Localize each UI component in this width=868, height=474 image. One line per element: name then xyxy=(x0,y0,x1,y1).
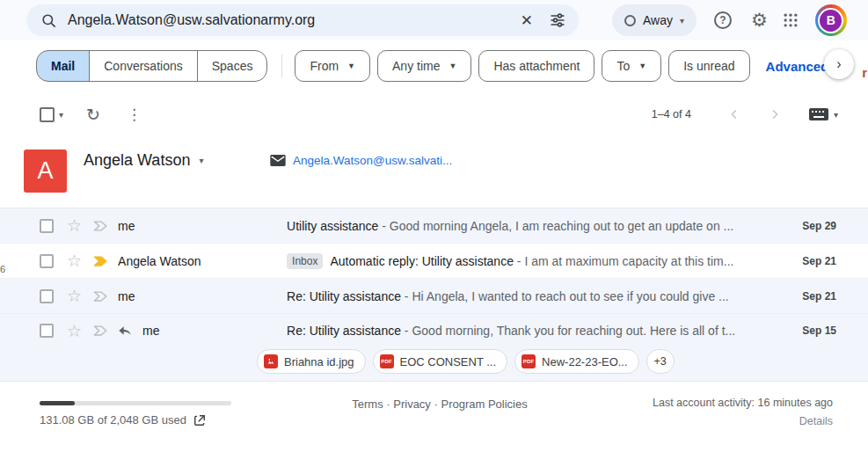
table-row[interactable]: ☆ Angela Watson Inbox Automatic reply: U… xyxy=(0,244,868,279)
envelope-icon xyxy=(270,155,286,166)
chevron-down-icon: ▼ xyxy=(449,62,457,70)
filter-chip-has-attachment[interactable]: Has attachment xyxy=(478,50,594,82)
attachment-chip-pdf[interactable]: PDF EOC CONSENT ... xyxy=(373,349,508,374)
scroll-chips-right-button[interactable]: › xyxy=(824,49,854,79)
search-input[interactable] xyxy=(68,12,512,28)
row-sender: me xyxy=(118,289,135,303)
clear-search-icon[interactable]: ✕ xyxy=(512,11,542,30)
importance-marker-icon[interactable] xyxy=(93,220,109,232)
star-icon[interactable]: ☆ xyxy=(67,288,82,304)
row-snippet: - Hi Angela, I wanted to reach out to se… xyxy=(401,289,729,303)
select-dropdown-icon[interactable]: ▾ xyxy=(59,110,63,120)
storage-progress-fill xyxy=(40,401,75,405)
row-snippet: - I am at maximum capacity at this tim..… xyxy=(514,254,734,268)
filter-chip-from[interactable]: From ▼ xyxy=(295,50,370,82)
gmail-search-results-page: 7 6 8 7 ✕ Away ▾ ? ⚙ xyxy=(0,0,868,474)
row-checkbox[interactable] xyxy=(40,324,54,338)
row-subject: Re: Utility assistance xyxy=(287,324,401,338)
filter-chip-any-time[interactable]: Any time ▼ xyxy=(377,50,471,82)
newer-page-icon[interactable] xyxy=(726,106,742,122)
attachment-name: New-22-23-EO... xyxy=(542,355,628,368)
attachment-chip-image[interactable]: Briahna id.jpg xyxy=(257,349,366,374)
storage-progress-bar xyxy=(40,401,231,405)
chip-label: Is unread xyxy=(683,59,734,73)
more-attachments-chip[interactable]: +3 xyxy=(646,349,675,374)
sender-email-line: Angela.Watson@usw.salvati... xyxy=(270,154,452,167)
input-tools[interactable]: ▾ xyxy=(809,108,838,120)
tab-conversations[interactable]: Conversations xyxy=(89,50,198,82)
status-chip[interactable]: Away ▾ xyxy=(612,4,697,36)
sender-email-link[interactable]: Angela.Watson@usw.salvati... xyxy=(293,154,452,167)
pagination-group: 1–4 of 4 ▾ xyxy=(652,106,838,122)
details-link[interactable]: Details xyxy=(799,415,833,427)
sender-name: Angela Watson xyxy=(84,151,190,170)
tab-spaces[interactable]: Spaces xyxy=(197,50,268,82)
row-checkbox[interactable] xyxy=(40,254,54,268)
chevron-down-icon: ▼ xyxy=(638,62,646,70)
filter-chip-is-unread[interactable]: Is unread xyxy=(668,50,749,82)
table-row[interactable]: ☆ me Utility assistance - Good morning A… xyxy=(0,208,868,244)
thread-list: ☆ me Utility assistance - Good morning A… xyxy=(0,208,868,382)
row-date: Sep 21 xyxy=(785,290,836,303)
pdf-file-icon: PDF xyxy=(380,354,394,368)
row-subject-cell: Re: Utility assistance - Good morning, T… xyxy=(287,324,785,338)
result-type-tabs: Mail Conversations Spaces xyxy=(36,50,267,82)
divider xyxy=(281,55,282,77)
row-checkbox[interactable] xyxy=(40,219,54,233)
account-avatar[interactable]: B xyxy=(815,4,847,36)
importance-marker-icon[interactable] xyxy=(93,290,109,303)
program-policies-link[interactable]: Program Policies xyxy=(441,397,527,411)
privacy-link[interactable]: Privacy xyxy=(393,397,431,411)
reply-icon xyxy=(118,325,132,337)
chevron-down-icon: ▾ xyxy=(680,16,684,26)
select-all-checkbox[interactable] xyxy=(40,107,55,122)
search-icon[interactable] xyxy=(40,12,57,29)
status-label: Away xyxy=(643,13,673,27)
storage-usage-label: 131.08 GB of 2,048 GB used xyxy=(40,413,186,427)
search-options-icon[interactable] xyxy=(549,11,566,29)
more-options-icon[interactable]: ⋮ xyxy=(127,106,142,124)
advanced-search-link[interactable]: Advanced xyxy=(766,59,829,74)
importance-marker-icon[interactable] xyxy=(93,325,109,337)
attachment-name: EOC CONSENT ... xyxy=(400,355,497,368)
star-icon[interactable]: ☆ xyxy=(67,217,82,234)
row-subject: Re: Utility assistance xyxy=(287,289,401,303)
separator: · xyxy=(386,397,390,411)
inbox-label-badge: Inbox xyxy=(287,253,323,269)
chip-label: From xyxy=(310,59,339,73)
sender-name-dropdown[interactable]: Angela Watson ▾ xyxy=(84,151,203,170)
sender-avatar[interactable]: A xyxy=(24,149,67,193)
row-checkbox[interactable] xyxy=(40,289,54,303)
terms-link[interactable]: Terms xyxy=(352,397,383,411)
chip-label: Any time xyxy=(392,59,440,73)
chevron-down-icon: ▾ xyxy=(834,110,838,120)
tab-mail[interactable]: Mail xyxy=(36,50,90,82)
avatar-letter: B xyxy=(818,8,843,33)
row-sender: me xyxy=(118,219,135,233)
importance-marker-icon-important[interactable] xyxy=(93,255,109,267)
apps-grid-icon[interactable] xyxy=(782,11,799,29)
help-icon[interactable]: ? xyxy=(714,11,732,29)
search-filter-row: Mail Conversations Spaces From ▼ Any tim… xyxy=(0,40,868,91)
older-page-icon[interactable] xyxy=(767,106,783,122)
search-bar[interactable]: ✕ xyxy=(26,4,579,36)
table-row[interactable]: ☆ me Re: Utility assistance - Hi Angela,… xyxy=(0,279,868,314)
table-row[interactable]: ☆ me Re: Utility assistance - Good morni… xyxy=(0,314,868,382)
row-snippet: - Good morning, Thank you for reaching o… xyxy=(401,324,735,338)
refresh-icon[interactable]: ↻ xyxy=(86,105,100,125)
header-actions: ? ⚙ B xyxy=(709,4,847,36)
attachment-chip-pdf[interactable]: PDF New-22-23-EO... xyxy=(514,349,639,374)
pdf-file-icon: PDF xyxy=(522,354,536,368)
row-sender: me xyxy=(142,324,159,338)
attachment-name: Briahna id.jpg xyxy=(284,355,354,368)
list-toolbar: ▾ ↻ ⋮ 1–4 of 4 ▾ xyxy=(0,91,868,137)
star-icon[interactable]: ☆ xyxy=(67,252,82,269)
external-link-icon[interactable] xyxy=(193,414,206,427)
footer-links: Terms · Privacy · Program Policies xyxy=(299,397,580,411)
star-icon[interactable]: ☆ xyxy=(67,323,82,339)
settings-gear-icon[interactable]: ⚙ xyxy=(751,10,768,31)
last-account-activity: Last account activity: 16 minutes ago xyxy=(653,397,833,409)
filter-chip-to[interactable]: To ▼ xyxy=(602,50,661,82)
sender-header: A Angela Watson ▾ Angela.Watson@usw.salv… xyxy=(0,137,868,208)
separator: · xyxy=(434,397,438,411)
